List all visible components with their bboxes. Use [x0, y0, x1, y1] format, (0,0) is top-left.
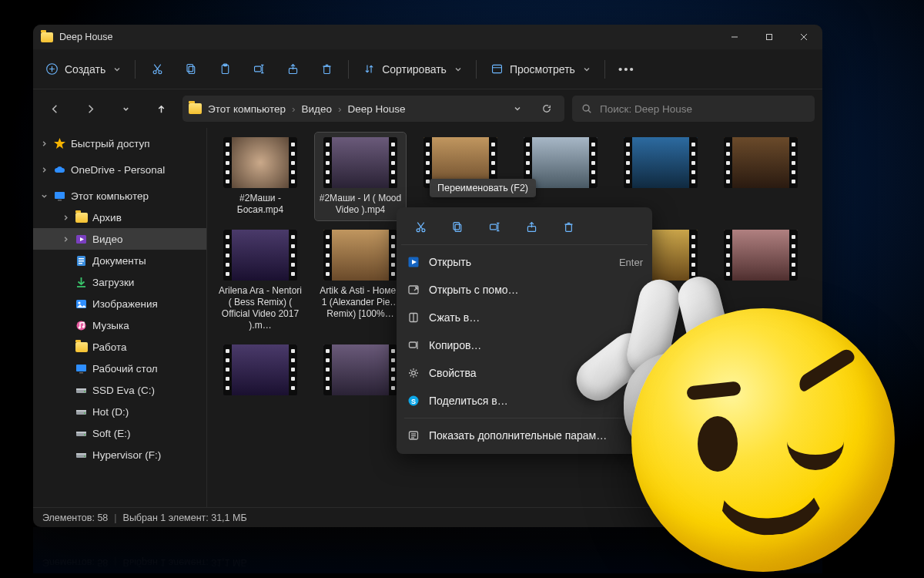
search-box[interactable]	[572, 96, 815, 122]
more-button[interactable]: •••	[611, 55, 642, 83]
sidebar-item[interactable]: Hot (D:)	[33, 401, 206, 422]
sidebar-item[interactable]: Soft (E:)	[33, 422, 206, 444]
context-quick-actions	[401, 212, 648, 245]
svg-rect-67	[565, 224, 571, 231]
folder-icon	[41, 32, 53, 42]
ctx-properties[interactable]: Свойства	[401, 359, 648, 387]
rename-button[interactable]	[243, 55, 274, 83]
video-thumbnail	[223, 137, 297, 188]
address-bar[interactable]: Этот компьютер › Видео › Deep House	[182, 96, 564, 122]
svg-rect-48	[76, 410, 86, 412]
svg-rect-51	[76, 432, 86, 433]
sidebar-item[interactable]: Архив	[33, 207, 206, 228]
open-with-icon	[406, 282, 421, 297]
svg-rect-29	[58, 200, 62, 201]
sidebar-item[interactable]: Рабочий стол	[33, 358, 206, 379]
file-item[interactable]	[715, 340, 806, 405]
sidebar-item[interactable]: SSD Eva (C:)	[33, 379, 206, 401]
file-item[interactable]: Arilena Ara - Nentori ( Bess Remix) ( Of…	[215, 225, 306, 335]
sidebar-item[interactable]: Музыка	[33, 314, 206, 336]
svg-point-55	[84, 455, 85, 457]
crumb[interactable]: Этот компьютер	[208, 103, 286, 115]
sidebar-item[interactable]: Работа	[33, 336, 206, 358]
sort-button[interactable]: Сортировать	[355, 55, 470, 83]
play-icon	[406, 254, 421, 270]
ctx-open[interactable]: Открыть Enter	[401, 248, 648, 276]
ctx-copy[interactable]	[446, 215, 469, 238]
file-item[interactable]	[215, 340, 306, 405]
svg-marker-27	[54, 138, 65, 149]
sidebar-item[interactable]: Hypervisor (F:)	[33, 444, 206, 465]
maximize-button[interactable]	[752, 25, 786, 49]
file-item[interactable]	[715, 133, 806, 220]
folder-icon	[189, 103, 202, 114]
sidebar-item[interactable]: Видео	[33, 228, 206, 250]
ctx-delete[interactable]	[557, 215, 580, 238]
crumb[interactable]: Видео	[301, 103, 331, 115]
navigation-pane[interactable]: Быстрый доступ OneDrive - Personal Этот …	[33, 128, 207, 507]
chevron-down-icon	[583, 66, 591, 73]
tooltip: Переименовать (F2)	[430, 179, 536, 197]
new-button[interactable]: Создать	[38, 55, 129, 83]
ctx-rename[interactable]	[483, 215, 506, 238]
sidebar-this-pc[interactable]: Этот компьютер	[33, 185, 206, 207]
layout-icon	[490, 62, 504, 76]
sidebar-item[interactable]: Загрузки	[33, 271, 206, 293]
file-item[interactable]: #2Маши - И ( Mood Video ).mp4	[315, 133, 406, 220]
crumb[interactable]: Deep House	[347, 103, 405, 115]
chevron-down-icon	[39, 191, 49, 200]
monitor-icon	[53, 190, 66, 203]
svg-rect-43	[79, 372, 83, 374]
sidebar-onedrive[interactable]: OneDrive - Personal	[33, 159, 206, 180]
svg-point-56	[417, 228, 420, 231]
cut-button[interactable]	[142, 55, 172, 83]
copy-button[interactable]	[176, 55, 206, 83]
ctx-copy-path[interactable]: Копиров…	[401, 331, 648, 359]
minimize-button[interactable]	[717, 25, 752, 49]
refresh-button[interactable]	[535, 97, 558, 120]
paste-button[interactable]	[209, 55, 240, 83]
svg-rect-54	[76, 453, 86, 455]
view-button[interactable]: Просмотреть	[483, 55, 598, 83]
svg-rect-45	[76, 388, 86, 390]
svg-rect-42	[76, 365, 86, 371]
svg-point-57	[421, 228, 424, 231]
up-button[interactable]	[147, 95, 175, 123]
ctx-show-more[interactable]: Показать дополнительные парам…	[401, 422, 648, 449]
ctx-compress[interactable]: Сжать в…	[401, 304, 648, 331]
sidebar-quick-access[interactable]: Быстрый доступ	[33, 133, 206, 154]
file-item[interactable]: #2Маши - Босая.mp4	[215, 133, 306, 220]
trash-icon	[320, 62, 333, 76]
svg-rect-28	[55, 192, 65, 199]
file-name: Artik & Asti - Номер 1 (Alexander Pie… R…	[316, 285, 404, 320]
chevron-down-icon	[113, 66, 121, 73]
ctx-open-with[interactable]: Открыть с помо…	[401, 276, 648, 304]
forward-button[interactable]	[76, 95, 104, 123]
file-name: #2Маши - И ( Mood Video ).mp4	[316, 193, 404, 216]
ctx-cut[interactable]	[409, 215, 432, 238]
zip-icon	[406, 310, 421, 325]
nav-row: Этот компьютер › Видео › Deep House	[33, 89, 822, 128]
ctx-share-skype[interactable]: S Поделиться в…	[401, 387, 648, 415]
svg-rect-61	[453, 222, 459, 229]
search-input[interactable]	[600, 103, 805, 115]
delete-button[interactable]	[311, 55, 342, 83]
file-item[interactable]	[315, 340, 406, 405]
video-thumbnail	[724, 137, 798, 188]
sidebar-item[interactable]: Изображения	[33, 293, 206, 314]
rename-icon	[253, 62, 266, 76]
ctx-share[interactable]	[520, 215, 543, 238]
svg-rect-1	[766, 35, 772, 40]
svg-text:S: S	[411, 398, 416, 405]
history-dropdown[interactable]	[112, 95, 139, 123]
file-item[interactable]	[715, 225, 806, 335]
svg-point-25	[583, 105, 589, 111]
address-dropdown[interactable]	[506, 97, 529, 120]
file-item[interactable]: Artik & Asti - Номер 1 (Alexander Pie… R…	[315, 225, 406, 335]
share-button[interactable]	[277, 55, 308, 83]
close-button[interactable]	[786, 25, 821, 49]
back-button[interactable]	[41, 95, 69, 123]
sidebar-item[interactable]: Документы	[33, 250, 206, 271]
video-thumbnail	[724, 230, 798, 281]
scissors-icon	[151, 62, 164, 76]
